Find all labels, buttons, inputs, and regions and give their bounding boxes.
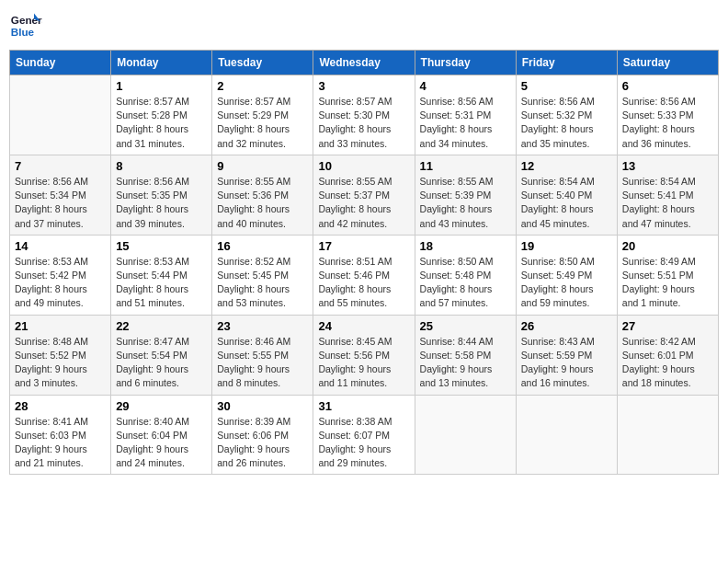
day-number: 17 [318,239,409,253]
day-info: Sunrise: 8:47 AM Sunset: 5:54 PM Dayligh… [116,335,207,391]
day-info: Sunrise: 8:43 AM Sunset: 5:59 PM Dayligh… [521,335,612,391]
day-number: 11 [420,159,511,173]
day-number: 6 [622,79,713,93]
day-info: Sunrise: 8:49 AM Sunset: 5:51 PM Dayligh… [622,255,713,311]
day-number: 1 [116,79,207,93]
day-number: 2 [217,79,308,93]
day-number: 22 [116,319,207,333]
calendar-cell: 29Sunrise: 8:40 AM Sunset: 6:04 PM Dayli… [111,395,212,475]
day-info: Sunrise: 8:55 AM Sunset: 5:36 PM Dayligh… [217,175,308,231]
day-info: Sunrise: 8:50 AM Sunset: 5:48 PM Dayligh… [420,255,511,311]
calendar-cell: 3Sunrise: 8:57 AM Sunset: 5:30 PM Daylig… [313,75,415,155]
day-info: Sunrise: 8:54 AM Sunset: 5:40 PM Dayligh… [521,175,612,231]
calendar-cell: 19Sunrise: 8:50 AM Sunset: 5:49 PM Dayli… [516,235,617,315]
calendar-cell: 5Sunrise: 8:56 AM Sunset: 5:32 PM Daylig… [516,75,617,155]
day-info: Sunrise: 8:38 AM Sunset: 6:07 PM Dayligh… [318,415,409,471]
day-number: 30 [217,399,308,413]
weekday-header-saturday: Saturday [617,51,718,75]
day-info: Sunrise: 8:54 AM Sunset: 5:41 PM Dayligh… [622,175,713,231]
day-number: 13 [622,159,713,173]
calendar-cell: 31Sunrise: 8:38 AM Sunset: 6:07 PM Dayli… [313,395,415,475]
day-info: Sunrise: 8:57 AM Sunset: 5:28 PM Dayligh… [116,95,207,151]
day-info: Sunrise: 8:44 AM Sunset: 5:58 PM Dayligh… [420,335,511,391]
day-number: 19 [521,239,612,253]
weekday-header-friday: Friday [516,51,617,75]
day-info: Sunrise: 8:55 AM Sunset: 5:39 PM Dayligh… [420,175,511,231]
logo: General Blue [9,9,42,42]
calendar-cell: 13Sunrise: 8:54 AM Sunset: 5:41 PM Dayli… [617,155,718,235]
calendar-week-1: 1Sunrise: 8:57 AM Sunset: 5:28 PM Daylig… [10,75,719,155]
day-number: 5 [521,79,612,93]
calendar-cell [10,75,111,155]
day-number: 18 [420,239,511,253]
calendar-cell: 28Sunrise: 8:41 AM Sunset: 6:03 PM Dayli… [10,395,111,475]
calendar-week-3: 14Sunrise: 8:53 AM Sunset: 5:42 PM Dayli… [10,235,719,315]
day-number: 31 [318,399,409,413]
day-number: 24 [318,319,409,333]
day-number: 23 [217,319,308,333]
weekday-header-monday: Monday [111,51,212,75]
day-info: Sunrise: 8:51 AM Sunset: 5:46 PM Dayligh… [318,255,409,311]
calendar-cell: 20Sunrise: 8:49 AM Sunset: 5:51 PM Dayli… [617,235,718,315]
day-info: Sunrise: 8:56 AM Sunset: 5:35 PM Dayligh… [116,175,207,231]
day-number: 8 [116,159,207,173]
day-info: Sunrise: 8:57 AM Sunset: 5:30 PM Dayligh… [318,95,409,151]
calendar-cell: 6Sunrise: 8:56 AM Sunset: 5:33 PM Daylig… [617,75,718,155]
weekday-header-sunday: Sunday [10,51,111,75]
day-number: 27 [622,319,713,333]
day-info: Sunrise: 8:56 AM Sunset: 5:31 PM Dayligh… [420,95,511,151]
calendar-cell [415,395,516,475]
day-info: Sunrise: 8:42 AM Sunset: 6:01 PM Dayligh… [622,335,713,391]
calendar-cell: 15Sunrise: 8:53 AM Sunset: 5:44 PM Dayli… [111,235,212,315]
weekday-header-tuesday: Tuesday [212,51,313,75]
calendar-cell: 9Sunrise: 8:55 AM Sunset: 5:36 PM Daylig… [212,155,313,235]
calendar-cell: 12Sunrise: 8:54 AM Sunset: 5:40 PM Dayli… [516,155,617,235]
day-number: 26 [521,319,612,333]
day-number: 15 [116,239,207,253]
day-info: Sunrise: 8:41 AM Sunset: 6:03 PM Dayligh… [15,415,106,471]
calendar-cell: 4Sunrise: 8:56 AM Sunset: 5:31 PM Daylig… [415,75,516,155]
day-info: Sunrise: 8:53 AM Sunset: 5:44 PM Dayligh… [116,255,207,311]
day-info: Sunrise: 8:56 AM Sunset: 5:32 PM Dayligh… [521,95,612,151]
day-number: 10 [318,159,409,173]
day-info: Sunrise: 8:40 AM Sunset: 6:04 PM Dayligh… [116,415,207,471]
page-header: General Blue [9,9,719,42]
calendar-cell: 11Sunrise: 8:55 AM Sunset: 5:39 PM Dayli… [415,155,516,235]
calendar-week-4: 21Sunrise: 8:48 AM Sunset: 5:52 PM Dayli… [10,315,719,395]
calendar-cell [516,395,617,475]
day-info: Sunrise: 8:53 AM Sunset: 5:42 PM Dayligh… [15,255,106,311]
calendar-cell: 1Sunrise: 8:57 AM Sunset: 5:28 PM Daylig… [111,75,212,155]
day-number: 29 [116,399,207,413]
day-info: Sunrise: 8:46 AM Sunset: 5:55 PM Dayligh… [217,335,308,391]
calendar-cell: 14Sunrise: 8:53 AM Sunset: 5:42 PM Dayli… [10,235,111,315]
calendar-cell: 30Sunrise: 8:39 AM Sunset: 6:06 PM Dayli… [212,395,313,475]
logo-icon: General Blue [9,9,42,42]
day-info: Sunrise: 8:39 AM Sunset: 6:06 PM Dayligh… [217,415,308,471]
day-number: 9 [217,159,308,173]
calendar-cell: 26Sunrise: 8:43 AM Sunset: 5:59 PM Dayli… [516,315,617,395]
day-info: Sunrise: 8:57 AM Sunset: 5:29 PM Dayligh… [217,95,308,151]
calendar-cell: 22Sunrise: 8:47 AM Sunset: 5:54 PM Dayli… [111,315,212,395]
day-info: Sunrise: 8:45 AM Sunset: 5:56 PM Dayligh… [318,335,409,391]
calendar-cell: 17Sunrise: 8:51 AM Sunset: 5:46 PM Dayli… [313,235,415,315]
day-info: Sunrise: 8:50 AM Sunset: 5:49 PM Dayligh… [521,255,612,311]
calendar-cell: 2Sunrise: 8:57 AM Sunset: 5:29 PM Daylig… [212,75,313,155]
day-info: Sunrise: 8:56 AM Sunset: 5:33 PM Dayligh… [622,95,713,151]
calendar-week-5: 28Sunrise: 8:41 AM Sunset: 6:03 PM Dayli… [10,395,719,475]
day-number: 14 [15,239,106,253]
day-number: 4 [420,79,511,93]
day-number: 20 [622,239,713,253]
calendar-cell: 10Sunrise: 8:55 AM Sunset: 5:37 PM Dayli… [313,155,415,235]
day-number: 21 [15,319,106,333]
day-number: 25 [420,319,511,333]
calendar-cell: 18Sunrise: 8:50 AM Sunset: 5:48 PM Dayli… [415,235,516,315]
weekday-header-thursday: Thursday [415,51,516,75]
calendar-cell [617,395,718,475]
weekday-header-wednesday: Wednesday [313,51,415,75]
day-number: 16 [217,239,308,253]
calendar-cell: 27Sunrise: 8:42 AM Sunset: 6:01 PM Dayli… [617,315,718,395]
calendar-table: SundayMondayTuesdayWednesdayThursdayFrid… [9,50,719,475]
day-info: Sunrise: 8:56 AM Sunset: 5:34 PM Dayligh… [15,175,106,231]
calendar-cell: 16Sunrise: 8:52 AM Sunset: 5:45 PM Dayli… [212,235,313,315]
day-info: Sunrise: 8:55 AM Sunset: 5:37 PM Dayligh… [318,175,409,231]
